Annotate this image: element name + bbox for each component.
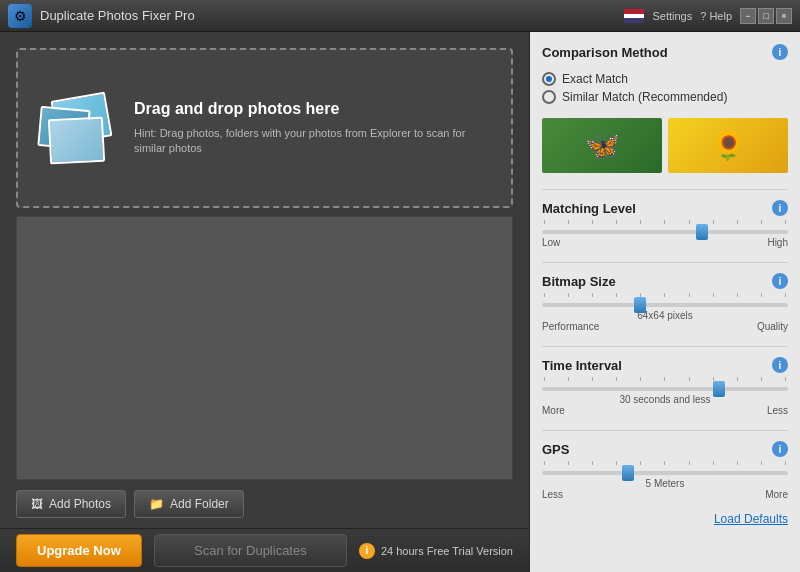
tick bbox=[737, 461, 738, 465]
comparison-radio-group: Exact Match Similar Match (Recommended) bbox=[542, 72, 788, 104]
tick bbox=[664, 377, 665, 381]
time-interval-thumb[interactable] bbox=[713, 381, 725, 397]
divider-4 bbox=[542, 430, 788, 431]
close-button[interactable]: × bbox=[776, 8, 792, 24]
gps-center-label: 5 Meters bbox=[542, 478, 788, 489]
app-icon: ⚙ bbox=[8, 4, 32, 28]
tick bbox=[568, 461, 569, 465]
window-controls: − □ × bbox=[740, 8, 792, 24]
tick bbox=[664, 220, 665, 224]
gps-section: GPS i 5 Meters Less More bbox=[542, 441, 788, 500]
settings-link[interactable]: Settings bbox=[652, 10, 692, 22]
bitmap-quality-label: Quality bbox=[757, 321, 788, 332]
tick bbox=[689, 461, 690, 465]
bitmap-performance-label: Performance bbox=[542, 321, 599, 332]
tick bbox=[761, 377, 762, 381]
tick bbox=[616, 377, 617, 381]
photo-card-3 bbox=[48, 117, 105, 165]
time-interval-info-button[interactable]: i bbox=[772, 357, 788, 373]
right-panel: Comparison Method i Exact Match Similar … bbox=[530, 32, 800, 572]
tick bbox=[761, 220, 762, 224]
exact-match-radio[interactable] bbox=[542, 72, 556, 86]
drop-hint: Hint: Drag photos, folders with your pho… bbox=[134, 126, 495, 157]
preview-butterfly: 🦋 bbox=[542, 118, 662, 173]
tick bbox=[785, 461, 786, 465]
scan-label: Scan for Duplicates bbox=[194, 543, 307, 558]
similar-match-radio[interactable] bbox=[542, 90, 556, 104]
tick bbox=[761, 461, 762, 465]
maximize-button[interactable]: □ bbox=[758, 8, 774, 24]
matching-level-thumb[interactable] bbox=[696, 224, 708, 240]
matching-ticks bbox=[542, 220, 788, 224]
tick bbox=[592, 461, 593, 465]
gps-less-label: Less bbox=[542, 489, 563, 500]
matching-low-label: Low bbox=[542, 237, 560, 248]
bitmap-size-labels: Performance Quality bbox=[542, 321, 788, 332]
add-photos-label: Add Photos bbox=[49, 497, 111, 511]
matching-level-track[interactable] bbox=[542, 230, 788, 234]
photo-stack-icon bbox=[34, 88, 114, 168]
left-panel: Drag and drop photos here Hint: Drag pho… bbox=[0, 32, 530, 572]
time-center-label: 30 seconds and less bbox=[542, 394, 788, 405]
add-folder-icon: 📁 bbox=[149, 497, 164, 511]
tick bbox=[713, 220, 714, 224]
time-interval-header: Time Interval i bbox=[542, 357, 788, 373]
scan-button[interactable]: Scan for Duplicates bbox=[154, 534, 347, 567]
add-folder-label: Add Folder bbox=[170, 497, 229, 511]
tick bbox=[785, 293, 786, 297]
minimize-button[interactable]: − bbox=[740, 8, 756, 24]
matching-level-title: Matching Level bbox=[542, 201, 636, 216]
footer-bar: Upgrade Now Scan for Duplicates i 24 hou… bbox=[0, 528, 529, 572]
divider-3 bbox=[542, 346, 788, 347]
tick bbox=[592, 293, 593, 297]
time-interval-title: Time Interval bbox=[542, 358, 622, 373]
title-bar: ⚙ Duplicate Photos Fixer Pro Settings ? … bbox=[0, 0, 800, 32]
comparison-info-button[interactable]: i bbox=[772, 44, 788, 60]
add-folder-button[interactable]: 📁 Add Folder bbox=[134, 490, 244, 518]
tick bbox=[713, 293, 714, 297]
time-ticks bbox=[542, 377, 788, 381]
tick bbox=[616, 461, 617, 465]
trial-badge: i 24 hours Free Trial Version bbox=[359, 543, 513, 559]
bitmap-size-track[interactable] bbox=[542, 303, 788, 307]
exact-match-label: Exact Match bbox=[562, 72, 628, 86]
tick bbox=[689, 293, 690, 297]
tick bbox=[616, 220, 617, 224]
matching-level-section: Matching Level i Low High bbox=[542, 200, 788, 248]
upgrade-button[interactable]: Upgrade Now bbox=[16, 534, 142, 567]
tick bbox=[713, 461, 714, 465]
drop-text-container: Drag and drop photos here Hint: Drag pho… bbox=[134, 100, 495, 157]
matching-level-info-button[interactable]: i bbox=[772, 200, 788, 216]
gps-labels: Less More bbox=[542, 489, 788, 500]
time-more-label: More bbox=[542, 405, 565, 416]
help-link[interactable]: ? Help bbox=[700, 10, 732, 22]
time-slider-wrapper: 30 seconds and less bbox=[542, 387, 788, 405]
gps-track[interactable] bbox=[542, 471, 788, 475]
tick bbox=[640, 220, 641, 224]
gps-thumb[interactable] bbox=[622, 465, 634, 481]
matching-level-header: Matching Level i bbox=[542, 200, 788, 216]
bitmap-size-header: Bitmap Size i bbox=[542, 273, 788, 289]
bitmap-size-title: Bitmap Size bbox=[542, 274, 616, 289]
gps-info-button[interactable]: i bbox=[772, 441, 788, 457]
gps-title: GPS bbox=[542, 442, 569, 457]
add-photos-button[interactable]: 🖼 Add Photos bbox=[16, 490, 126, 518]
similar-match-option[interactable]: Similar Match (Recommended) bbox=[542, 90, 788, 104]
similar-match-label: Similar Match (Recommended) bbox=[562, 90, 727, 104]
tick bbox=[640, 377, 641, 381]
comparison-method-header: Comparison Method i bbox=[542, 44, 788, 60]
tick bbox=[544, 220, 545, 224]
flag-icon bbox=[624, 9, 644, 23]
exact-match-option[interactable]: Exact Match bbox=[542, 72, 788, 86]
add-photos-icon: 🖼 bbox=[31, 497, 43, 511]
time-interval-track[interactable] bbox=[542, 387, 788, 391]
bitmap-info-button[interactable]: i bbox=[772, 273, 788, 289]
load-defaults-link[interactable]: Load Defaults bbox=[542, 512, 788, 526]
time-less-label: Less bbox=[767, 405, 788, 416]
tick bbox=[616, 293, 617, 297]
drop-zone[interactable]: Drag and drop photos here Hint: Drag pho… bbox=[16, 48, 513, 208]
comparison-method-title: Comparison Method bbox=[542, 45, 668, 60]
tick bbox=[785, 220, 786, 224]
title-bar-right: Settings ? Help − □ × bbox=[624, 8, 792, 24]
bitmap-size-thumb[interactable] bbox=[634, 297, 646, 313]
